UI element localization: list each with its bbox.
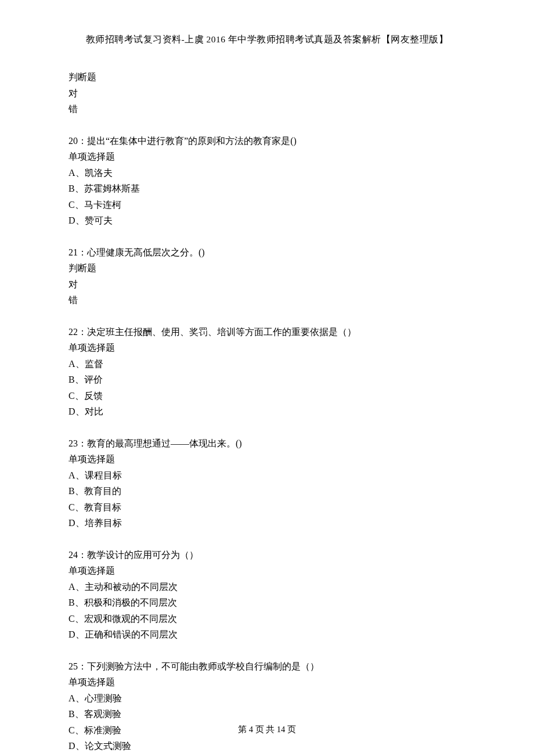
question-24: 24：教学设计的应用可分为（） 单项选择题 A、主动和被动的不同层次 B、积极和… xyxy=(68,547,466,643)
option: C、反馈 xyxy=(68,388,466,404)
question-type: 单项选择题 xyxy=(68,340,466,356)
option: 错 xyxy=(68,292,466,308)
option: A、课程目标 xyxy=(68,467,466,484)
option: D、对比 xyxy=(68,404,466,420)
question-type: 单项选择题 xyxy=(68,563,466,579)
option: 错 xyxy=(68,101,466,117)
option: 对 xyxy=(68,276,466,293)
question-stem: 22：决定班主任报酬、使用、奖罚、培训等方面工作的重要依据是（） xyxy=(68,324,466,340)
question-stem: 25：下列测验方法中，不可能由教师或学校自行编制的是（） xyxy=(68,658,466,675)
question-22: 22：决定班主任报酬、使用、奖罚、培训等方面工作的重要依据是（） 单项选择题 A… xyxy=(68,324,466,420)
option: B、积极和消极的不同层次 xyxy=(68,595,466,611)
option: D、论文式测验 xyxy=(68,738,466,754)
question-20: 20：提出“在集体中进行教育”的原则和方法的教育家是() 单项选择题 A、凯洛夫… xyxy=(68,133,466,229)
option: A、主动和被动的不同层次 xyxy=(68,579,466,595)
question-stem: 23：教育的最高理想通过——体现出来。() xyxy=(68,435,466,452)
question-23: 23：教育的最高理想通过——体现出来。() 单项选择题 A、课程目标 B、教育目… xyxy=(68,435,466,531)
question-type: 单项选择题 xyxy=(68,451,466,467)
page-header: 教师招聘考试复习资料-上虞 2016 年中学教师招聘考试真题及答案解析【网友整理… xyxy=(68,34,466,46)
page: 教师招聘考试复习资料-上虞 2016 年中学教师招聘考试真题及答案解析【网友整理… xyxy=(0,0,534,756)
question-stem: 24：教学设计的应用可分为（） xyxy=(68,547,466,563)
question-type: 单项选择题 xyxy=(68,674,466,690)
option: C、马卡连柯 xyxy=(68,197,466,213)
option: B、评价 xyxy=(68,372,466,388)
option: C、宏观和微观的不同层次 xyxy=(68,611,466,627)
content-body: 判断题 对 错 20：提出“在集体中进行教育”的原则和方法的教育家是() 单项选… xyxy=(68,69,466,754)
option: D、正确和错误的不同层次 xyxy=(68,627,466,643)
option: D、赞可夫 xyxy=(68,213,466,229)
question-stem: 20：提出“在集体中进行教育”的原则和方法的教育家是() xyxy=(68,133,466,149)
page-footer: 第 4 页 共 14 页 xyxy=(0,724,534,735)
option: B、苏霍姆林斯基 xyxy=(68,181,466,197)
question-21: 21：心理健康无高低层次之分。() 判断题 对 错 xyxy=(68,244,466,308)
option: A、监督 xyxy=(68,356,466,372)
option: B、教育目的 xyxy=(68,483,466,499)
option: A、心理测验 xyxy=(68,690,466,707)
question-stem: 21：心理健康无高低层次之分。() xyxy=(68,244,466,261)
option: B、客观测验 xyxy=(68,706,466,722)
question-type: 单项选择题 xyxy=(68,149,466,165)
question-type: 判断题 xyxy=(68,69,466,85)
question-25: 25：下列测验方法中，不可能由教师或学校自行编制的是（） 单项选择题 A、心理测… xyxy=(68,658,466,754)
option: C、教育目标 xyxy=(68,499,466,516)
option: A、凯洛夫 xyxy=(68,165,466,181)
option: 对 xyxy=(68,85,466,102)
option: D、培养目标 xyxy=(68,515,466,531)
question-19-tail: 判断题 对 错 xyxy=(68,69,466,117)
question-type: 判断题 xyxy=(68,260,466,276)
